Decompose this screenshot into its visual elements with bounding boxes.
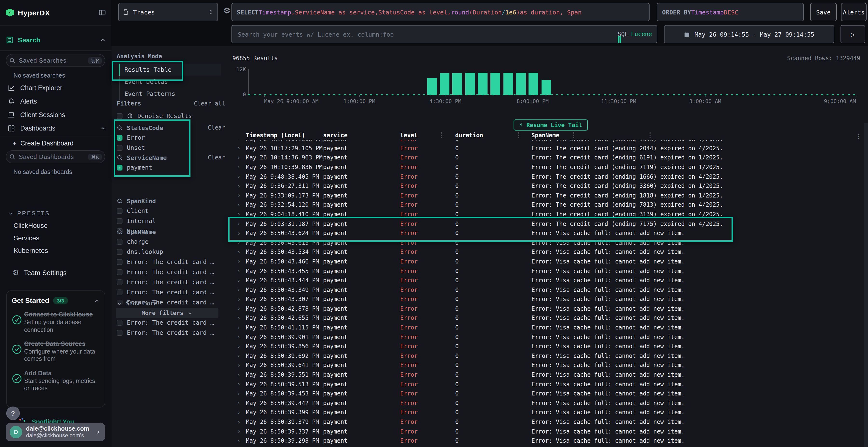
table-row[interactable]: ›May 26 8:50:39.442 PMpaymentError0Error… [229, 398, 863, 408]
saved-searches-input[interactable]: Saved Searches ⌘K [6, 54, 105, 67]
row-expand-icon[interactable]: › [237, 390, 246, 397]
histogram-bar[interactable] [541, 80, 551, 95]
table-row[interactable]: ›May 26 8:50:42.655 PMpaymentError0Error… [229, 313, 863, 323]
column-resize-handle[interactable] [574, 132, 574, 138]
table-row[interactable]: ›May 26 10:21:01.966 PMpaymentError0Erro… [229, 140, 863, 143]
histogram-bar[interactable] [427, 78, 437, 95]
row-expand-icon[interactable]: › [237, 164, 246, 170]
source-settings-gear-icon[interactable]: ⚙ [223, 7, 231, 15]
checkbox-unchecked[interactable] [117, 249, 123, 254]
get-started-item[interactable]: Add DataStart sending logs, metrics, or … [11, 369, 100, 392]
histogram-bar[interactable] [453, 73, 462, 95]
table-row[interactable]: ›May 26 8:50:42.878 PMpaymentError0Error… [229, 304, 863, 313]
show-more-link[interactable]: Show more [117, 300, 157, 307]
user-menu[interactable]: D dale@clickhouse.com dale@clickhouse.co… [6, 423, 105, 441]
table-row[interactable]: ›May 26 8:50:39.399 PMpaymentError0Error… [229, 408, 863, 417]
row-expand-icon[interactable]: › [237, 220, 246, 227]
table-row[interactable]: ›May 26 8:50:39.513 PMpaymentError0Error… [229, 380, 863, 389]
checkbox-unchecked[interactable] [117, 113, 123, 119]
checkbox-unchecked[interactable] [117, 208, 123, 214]
filter-option-dns-lookup[interactable]: dns.lookup [117, 247, 220, 257]
column-header-duration[interactable]: duration [455, 132, 531, 139]
row-expand-icon[interactable]: › [237, 211, 246, 217]
presets-toggle[interactable]: PRESETS [8, 210, 50, 216]
query-language-toggle[interactable]: SQL | Lucene [618, 31, 652, 38]
histogram-bar[interactable] [516, 72, 526, 95]
clear-filter-link[interactable]: Clear [208, 154, 225, 161]
row-expand-icon[interactable]: › [237, 381, 246, 387]
histogram-bar[interactable] [503, 73, 513, 95]
column-resize-handle[interactable] [518, 132, 519, 138]
preset-item-kubernetes[interactable]: Kubernetes [0, 244, 111, 257]
table-row[interactable]: ›May 26 8:50:39.901 PMpaymentError0Error… [229, 332, 863, 342]
sql-select-input[interactable]: SELECT Timestamp, ServiceName as service… [231, 3, 650, 21]
row-expand-icon[interactable]: › [237, 259, 246, 265]
sidebar-item-team-settings[interactable]: ⚙ Team Settings [8, 268, 66, 277]
sidebar-item-chart-explorer[interactable]: Chart Explorer [0, 81, 111, 94]
date-range-picker[interactable]: May 26 09:14:55 - May 27 09:14:55 [664, 25, 834, 43]
histogram-bar[interactable] [528, 73, 538, 95]
resume-live-tail-button[interactable]: ⚡ Resume Live Tail [514, 119, 588, 131]
filter-option-charge[interactable]: charge [117, 237, 220, 247]
row-expand-icon[interactable]: › [237, 315, 246, 321]
scrollbar-track[interactable] [864, 123, 868, 447]
row-expand-icon[interactable]: › [237, 239, 246, 246]
more-filters-button[interactable]: More filters [116, 308, 218, 318]
column-resize-handle[interactable] [441, 132, 442, 138]
order-by-input[interactable]: ORDER BY Timestamp DESC [657, 3, 804, 21]
table-row[interactable]: ›May 26 8:50:39.298 PMpaymentError0Error… [229, 436, 863, 446]
sidebar-collapse-icon[interactable] [98, 9, 106, 16]
checkbox-unchecked[interactable] [117, 218, 123, 224]
filter-option-payment[interactable]: ✓payment [117, 162, 220, 172]
column-header-level[interactable]: level [400, 132, 455, 139]
checkbox-unchecked[interactable] [117, 279, 123, 285]
create-dashboard-button[interactable]: + Create Dashboard [12, 139, 73, 147]
preset-item-clickhouse[interactable]: ClickHouse [0, 219, 111, 232]
run-query-button[interactable]: ▷ [840, 25, 865, 43]
checkbox-checked[interactable]: ✓ [117, 135, 123, 140]
histogram-bar[interactable] [478, 72, 488, 95]
row-expand-icon[interactable]: › [237, 400, 246, 406]
row-expand-icon[interactable]: › [237, 286, 246, 293]
table-row[interactable]: ›May 26 8:50:39.856 PMpaymentError0Error… [229, 342, 863, 351]
help-button[interactable]: ? [6, 407, 20, 420]
table-row[interactable]: ›May 26 9:36:27.311 PMpaymentError0Error… [229, 181, 863, 191]
sidebar-item-search[interactable]: Search [6, 35, 106, 45]
table-row[interactable]: ›May 26 8:50:43.613 PMpaymentError0Error… [229, 238, 863, 247]
lang-lucene[interactable]: Lucene [631, 31, 652, 38]
clear-filter-link[interactable]: Clear [208, 124, 225, 131]
row-expand-icon[interactable]: › [237, 145, 246, 151]
histogram-bar[interactable] [490, 72, 500, 95]
search-icon[interactable] [117, 125, 123, 131]
search-icon[interactable] [117, 198, 123, 204]
table-row[interactable]: ›May 26 8:50:39.453 PMpaymentError0Error… [229, 389, 863, 398]
preset-item-services[interactable]: Services [0, 232, 111, 244]
table-row[interactable]: ›May 26 10:17:29.105 PMpaymentError0Erro… [229, 143, 863, 153]
checkbox-unchecked[interactable] [117, 239, 123, 244]
table-row[interactable]: ›May 26 8:50:43.307 PMpaymentError0Error… [229, 295, 863, 304]
histogram-bar[interactable] [440, 73, 450, 95]
table-row[interactable]: ›May 26 9:03:31.187 PMpaymentError0Error… [229, 219, 863, 229]
chevron-up-icon[interactable] [99, 37, 106, 43]
sidebar-item-alerts[interactable]: Alerts [0, 94, 111, 108]
row-expand-icon[interactable]: › [237, 343, 246, 350]
table-row[interactable]: ›May 26 8:50:39.551 PMpaymentError0Error… [229, 370, 863, 380]
sidebar-item-dashboards[interactable]: Dashboards [0, 122, 111, 135]
table-options-icon[interactable]: ⋮ [856, 133, 862, 140]
saved-dashboards-input[interactable]: Saved Dashboards ⌘K [6, 150, 105, 163]
row-expand-icon[interactable]: › [237, 362, 246, 369]
row-expand-icon[interactable]: › [237, 173, 246, 180]
row-expand-icon[interactable]: › [237, 193, 246, 199]
denoise-checkbox[interactable]: Denoise Results [117, 111, 220, 121]
row-expand-icon[interactable]: › [237, 140, 246, 142]
table-row[interactable]: ›May 26 8:50:43.624 PMpaymentError0Error… [229, 229, 863, 238]
table-row[interactable]: ›May 26 8:50:39.337 PMpaymentError0Error… [229, 427, 863, 436]
column-header-spanname[interactable]: SpanName [531, 132, 863, 139]
table-row[interactable]: ›May 26 10:10:39.836 PMpaymentError0Erro… [229, 162, 863, 172]
filter-option-error[interactable]: ✓Error [117, 133, 220, 143]
checkbox-unchecked[interactable] [117, 145, 123, 150]
checkbox-unchecked[interactable] [117, 289, 123, 295]
checkbox-checked[interactable]: ✓ [117, 165, 123, 170]
filter-option-error-the-credit-card[interactable]: Error: The credit card … [117, 317, 220, 328]
search-icon[interactable] [117, 154, 123, 161]
